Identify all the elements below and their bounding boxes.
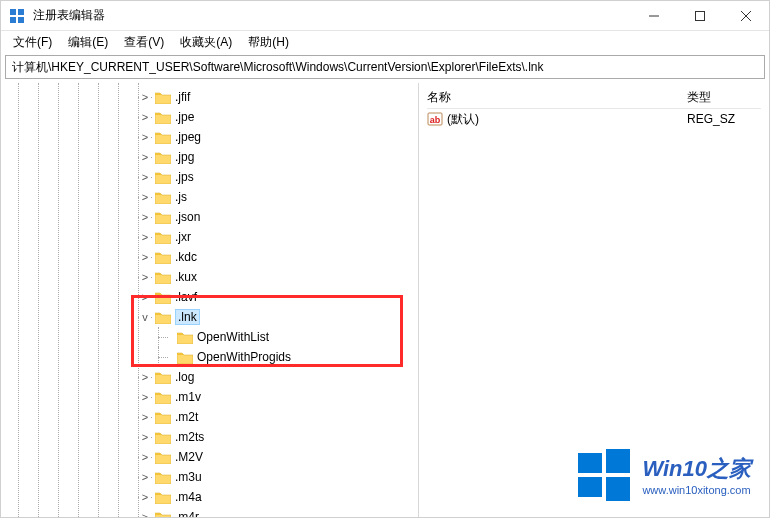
- tree-item[interactable]: >.log: [1, 367, 418, 387]
- expand-icon[interactable]: >: [139, 231, 151, 243]
- tree-item[interactable]: >.m4a: [1, 487, 418, 507]
- folder-icon: [155, 371, 171, 384]
- tree-item-label: .jpe: [175, 110, 194, 124]
- tree-item[interactable]: >.kdc: [1, 247, 418, 267]
- tree-item[interactable]: >.jfif: [1, 87, 418, 107]
- column-name[interactable]: 名称: [427, 89, 687, 106]
- expand-icon[interactable]: >: [139, 471, 151, 483]
- folder-icon: [155, 131, 171, 144]
- watermark-title: Win10之家: [642, 454, 751, 484]
- expand-icon[interactable]: >: [139, 251, 151, 263]
- folder-icon: [155, 91, 171, 104]
- tree-item-label: .jps: [175, 170, 194, 184]
- folder-icon: [155, 451, 171, 464]
- folder-icon: [155, 231, 171, 244]
- tree-item-label: .lnk: [175, 309, 200, 325]
- folder-icon: [155, 471, 171, 484]
- folder-icon: [155, 251, 171, 264]
- app-icon: [9, 8, 25, 24]
- folder-icon: [155, 431, 171, 444]
- expand-icon[interactable]: >: [139, 411, 151, 423]
- expand-icon[interactable]: >: [139, 271, 151, 283]
- tree-item[interactable]: >.js: [1, 187, 418, 207]
- tree-item[interactable]: >.m2t: [1, 407, 418, 427]
- tree-item[interactable]: >.jps: [1, 167, 418, 187]
- folder-icon: [155, 171, 171, 184]
- tree-item-label: .kdc: [175, 250, 197, 264]
- folder-icon: [155, 511, 171, 518]
- folder-icon: [155, 311, 171, 324]
- svg-rect-10: [578, 453, 602, 473]
- expand-icon[interactable]: >: [139, 491, 151, 503]
- tree-item[interactable]: OpenWithList: [1, 327, 418, 347]
- tree-item[interactable]: v.lnk: [1, 307, 418, 327]
- windows-logo-icon: [576, 447, 632, 503]
- tree-item[interactable]: >.m3u: [1, 467, 418, 487]
- menu-edit[interactable]: 编辑(E): [60, 32, 116, 53]
- titlebar: 注册表编辑器: [1, 1, 769, 31]
- watermark-url: www.win10xitong.com: [642, 484, 751, 496]
- folder-icon: [155, 491, 171, 504]
- maximize-button[interactable]: [677, 1, 723, 31]
- svg-rect-0: [10, 9, 16, 15]
- tree-item[interactable]: >.M2V: [1, 447, 418, 467]
- tree-item[interactable]: >.jpe: [1, 107, 418, 127]
- tree-item[interactable]: >.m1v: [1, 387, 418, 407]
- folder-icon: [155, 291, 171, 304]
- tree-item[interactable]: >.m2ts: [1, 427, 418, 447]
- tree-item[interactable]: >.lavf: [1, 287, 418, 307]
- tree-item[interactable]: >.jxr: [1, 227, 418, 247]
- expand-icon[interactable]: >: [139, 131, 151, 143]
- tree-item[interactable]: >.m4r: [1, 507, 418, 517]
- menu-file[interactable]: 文件(F): [5, 32, 60, 53]
- expand-icon[interactable]: >: [139, 91, 151, 103]
- menu-favorites[interactable]: 收藏夹(A): [172, 32, 240, 53]
- folder-icon: [155, 191, 171, 204]
- menubar: 文件(F) 编辑(E) 查看(V) 收藏夹(A) 帮助(H): [1, 31, 769, 53]
- expand-icon[interactable]: >: [139, 451, 151, 463]
- svg-rect-3: [18, 17, 24, 23]
- close-button[interactable]: [723, 1, 769, 31]
- expand-icon[interactable]: >: [139, 391, 151, 403]
- tree-item[interactable]: >.kux: [1, 267, 418, 287]
- tree-item-label: .m1v: [175, 390, 201, 404]
- string-value-icon: ab: [427, 111, 443, 127]
- menu-help[interactable]: 帮助(H): [240, 32, 297, 53]
- svg-rect-1: [18, 9, 24, 15]
- expand-icon[interactable]: >: [139, 511, 151, 517]
- window-title: 注册表编辑器: [33, 7, 631, 24]
- folder-icon: [155, 411, 171, 424]
- expand-icon[interactable]: v: [139, 311, 151, 323]
- tree-item-label: .jfif: [175, 90, 190, 104]
- tree-item-label: .kux: [175, 270, 197, 284]
- expand-icon[interactable]: >: [139, 171, 151, 183]
- expand-icon[interactable]: >: [139, 191, 151, 203]
- window-controls: [631, 1, 769, 31]
- tree-item-label: .M2V: [175, 450, 203, 464]
- svg-rect-12: [578, 477, 602, 497]
- tree-item[interactable]: OpenWithProgids: [1, 347, 418, 367]
- menu-view[interactable]: 查看(V): [116, 32, 172, 53]
- expand-icon[interactable]: >: [139, 111, 151, 123]
- column-type[interactable]: 类型: [687, 89, 761, 106]
- folder-icon: [155, 271, 171, 284]
- tree-item[interactable]: >.jpeg: [1, 127, 418, 147]
- address-bar[interactable]: 计算机\HKEY_CURRENT_USER\Software\Microsoft…: [5, 55, 765, 79]
- expand-icon[interactable]: >: [139, 291, 151, 303]
- value-type: REG_SZ: [687, 112, 761, 126]
- minimize-button[interactable]: [631, 1, 677, 31]
- tree-item-label: OpenWithProgids: [197, 350, 291, 364]
- expand-icon[interactable]: >: [139, 211, 151, 223]
- expand-icon[interactable]: >: [139, 431, 151, 443]
- tree-item-label: .m3u: [175, 470, 202, 484]
- tree-item[interactable]: >.jpg: [1, 147, 418, 167]
- folder-icon: [155, 391, 171, 404]
- expand-icon[interactable]: >: [139, 151, 151, 163]
- tree-pane[interactable]: >.jfif>.jpe>.jpeg>.jpg>.jps>.js>.json>.j…: [1, 83, 419, 517]
- tree-item[interactable]: >.json: [1, 207, 418, 227]
- data-header: 名称 类型: [427, 87, 761, 109]
- expand-icon[interactable]: >: [139, 371, 151, 383]
- data-row[interactable]: ab (默认) REG_SZ: [427, 109, 761, 129]
- tree-item-label: .m2t: [175, 410, 198, 424]
- folder-icon: [155, 111, 171, 124]
